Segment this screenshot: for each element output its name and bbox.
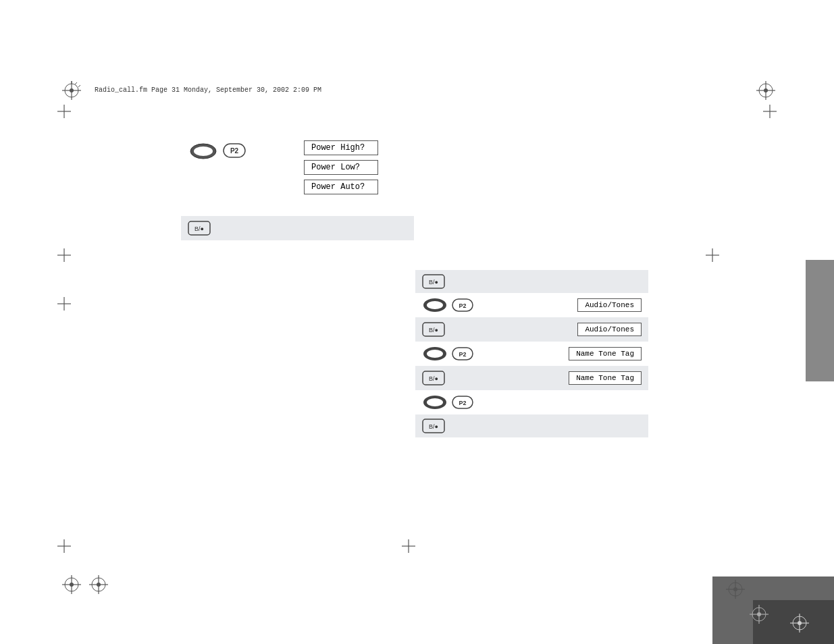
reg-mark-bottom-right-compass xyxy=(725,579,746,600)
power-high-box: Power High? xyxy=(304,140,378,155)
svg-point-43 xyxy=(427,398,443,406)
row5-confirm-icon: B/● xyxy=(422,371,445,385)
row3-label: Audio/Tones xyxy=(577,323,642,336)
upper-confirm-icon: B/● xyxy=(188,221,211,236)
svg-point-3 xyxy=(70,88,74,92)
crosshair-mid-right-top xyxy=(706,248,719,262)
table-row-2: P2 Audio/Tones xyxy=(415,293,648,317)
table-row-3: B/● Audio/Tones xyxy=(415,317,648,342)
svg-text:P2: P2 xyxy=(459,302,466,309)
svg-text:P2: P2 xyxy=(230,147,239,155)
upper-p2-badge: P2 xyxy=(223,143,246,161)
power-auto-box: Power Auto? xyxy=(304,180,378,194)
row4-label: Name Tone Tag xyxy=(569,347,642,360)
svg-line-5 xyxy=(75,82,77,84)
row4-phone-icon xyxy=(422,346,448,362)
crosshair-top-right xyxy=(763,105,777,118)
svg-point-67 xyxy=(757,612,761,616)
table-row-5: B/● Name Tone Tag xyxy=(415,366,648,390)
svg-text:B/●: B/● xyxy=(429,279,438,286)
right-side-tab xyxy=(806,260,834,381)
row2-label: Audio/Tones xyxy=(577,298,642,312)
svg-point-37 xyxy=(427,350,443,358)
table-row-1: B/● xyxy=(415,270,648,293)
svg-point-12 xyxy=(764,88,768,92)
crosshair-mid-left-bottom xyxy=(57,297,71,311)
table-row-4: P2 Name Tone Tag xyxy=(415,342,648,366)
reg-mark-bottom-right-inner xyxy=(748,603,770,625)
svg-text:B/●: B/● xyxy=(194,225,204,232)
crosshair-top-left xyxy=(57,105,71,118)
row1-confirm-icon: B/● xyxy=(422,274,445,289)
svg-point-55 xyxy=(70,583,74,587)
row3-confirm-icon: B/● xyxy=(422,322,445,337)
upper-confirm-bar: B/● xyxy=(181,216,414,240)
row6-phone-icon xyxy=(422,394,448,410)
svg-point-22 xyxy=(194,146,213,156)
row2-phone-icon xyxy=(422,297,448,313)
row2-p2-badge: P2 xyxy=(452,298,473,312)
svg-text:P2: P2 xyxy=(459,400,466,406)
svg-text:B/●: B/● xyxy=(429,375,438,382)
svg-point-71 xyxy=(798,621,802,625)
upper-phone-icon xyxy=(189,142,217,164)
crosshair-bottom-center xyxy=(402,539,415,553)
row7-confirm-icon: B/● xyxy=(422,419,445,433)
svg-point-59 xyxy=(97,583,101,587)
header-file-info: Radio_call.fm Page 31 Monday, September … xyxy=(95,86,321,94)
row6-p2-badge: P2 xyxy=(452,396,473,409)
lower-section-table: B/● P2 Audio/Tones B/● Audio/Tones xyxy=(415,270,648,437)
svg-point-63 xyxy=(733,587,737,591)
table-row-7: B/● xyxy=(415,414,648,437)
svg-text:P2: P2 xyxy=(459,351,466,358)
row4-p2-badge: P2 xyxy=(452,347,473,360)
table-row-6: P2 xyxy=(415,390,648,414)
reg-mark-bottom-left-compass2 xyxy=(88,574,109,595)
reg-mark-top-left-compass xyxy=(61,80,82,101)
power-low-box: Power Low? xyxy=(304,160,378,175)
row5-label: Name Tone Tag xyxy=(569,371,642,385)
svg-text:B/●: B/● xyxy=(429,327,438,333)
reg-mark-bottom-left-compass xyxy=(61,574,82,595)
reg-mark-top-right-compass xyxy=(755,80,777,101)
svg-line-6 xyxy=(78,85,80,87)
power-menu: Power High? Power Low? Power Auto? xyxy=(304,140,378,194)
reg-mark-bottom-right-corner xyxy=(789,612,810,634)
svg-text:B/●: B/● xyxy=(429,423,438,430)
crosshair-mid-left-top xyxy=(57,248,71,262)
svg-point-31 xyxy=(427,301,443,309)
crosshair-bottom-left xyxy=(57,539,71,553)
